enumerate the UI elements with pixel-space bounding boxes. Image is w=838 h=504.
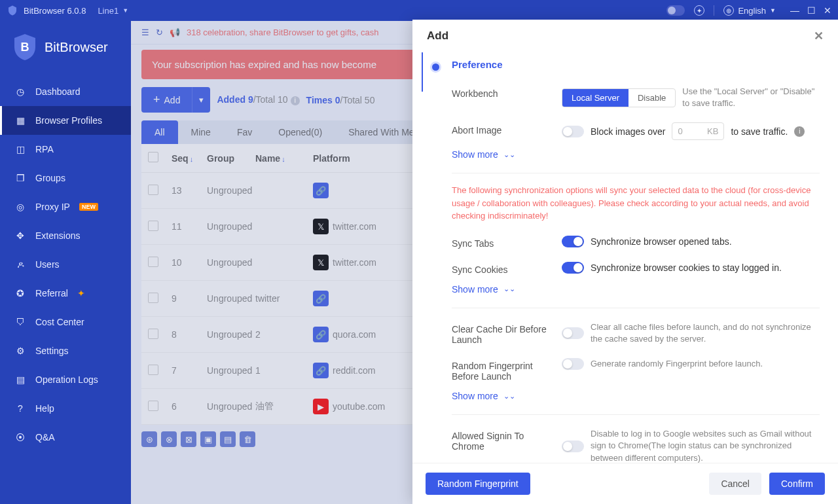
sidebar: B BitBrowser ◷Dashboard ▦Browser Profile… [0,21,131,504]
app-name: BitBrowser 6.0.8 [24,6,86,16]
help-icon: ? [14,403,26,414]
show-more-link[interactable]: Show more⌄⌄ [426,388,820,408]
brand: B BitBrowser [0,21,131,77]
user-icon: ዶ [14,259,26,270]
titlebar: BitBrowser 6.0.8 Line1▼ ✦ ⊕English▼ — ☐ … [0,0,838,21]
workbench-label: Workbench [452,86,550,109]
random-fp-switch[interactable] [562,358,584,370]
chevron-down-icon: ⌄⌄ [503,285,515,293]
maximize-button[interactable]: ☐ [807,5,816,16]
preference-section: Preference [426,52,820,79]
radio-local-server[interactable]: Local Server [562,89,628,107]
show-more-link[interactable]: Show more⌄⌄ [426,281,820,301]
brand-name: BitBrowser [45,40,108,55]
sidebar-item-referral[interactable]: ✪Referral✦ [0,279,131,308]
grid-icon: ▦ [14,115,26,126]
sidebar-item-proxy-ip[interactable]: ◎Proxy IPNEW [0,192,131,221]
chat-icon[interactable]: ✦ [694,5,704,16]
sidebar-item-extensions[interactable]: ✥Extensions [0,221,131,250]
random-fp-label: Random Fingerprint Before Launch [452,358,550,382]
sidebar-item-groups[interactable]: ❒Groups [0,164,131,192]
cancel-button[interactable]: Cancel [709,473,761,495]
chevron-down-icon: ⌄⌄ [503,151,515,159]
close-icon[interactable]: ✕ [814,29,824,43]
workbench-hint: Use the "Local Server" or "Disable" to s… [682,86,820,109]
add-drawer: Add ✕ Preference Workbench Local Server … [412,20,838,504]
minimize-button[interactable]: — [790,5,799,16]
language-selector[interactable]: ⊕English▼ [723,5,776,16]
sync-tabs-label: Sync Tabs [452,236,550,249]
sidebar-item-cost-center[interactable]: ⛉Cost Center [0,308,131,336]
sidebar-item-help[interactable]: ?Help [0,394,131,423]
gear-icon: ⚙ [14,345,26,357]
block-size-input[interactable]: 0KB [672,122,724,140]
clear-cache-label: Clear Cache Dir Before Launch [452,321,550,345]
gauge-icon: ◷ [14,86,26,98]
sidebar-item-settings[interactable]: ⚙Settings [0,336,131,365]
question-icon: ⦿ [14,431,26,443]
signin-chrome-switch[interactable] [562,441,584,452]
brand-shield-icon: B [12,33,38,62]
sidebar-item-dashboard[interactable]: ◷Dashboard [0,77,131,106]
cube-icon: ◫ [14,143,26,155]
svg-text:B: B [21,41,29,54]
sidebar-item-rpa[interactable]: ◫RPA [0,135,131,164]
info-icon[interactable]: i [794,126,805,137]
sidebar-item-users[interactable]: ዶUsers [0,250,131,279]
confirm-button[interactable]: Confirm [769,473,825,495]
shield-icon: ⛉ [14,316,26,328]
sync-cookies-switch[interactable] [562,262,584,274]
signin-chrome-label: Allowed Signin To Chrome [452,428,550,463]
clear-cache-switch[interactable] [562,327,584,339]
show-more-link[interactable]: Show more⌄⌄ [426,147,820,166]
globe-icon: ⊕ [723,5,734,16]
layers-icon: ❒ [14,172,26,184]
app-logo-icon [7,5,18,16]
sidebar-item-browser-profiles[interactable]: ▦Browser Profiles [0,106,131,135]
new-badge: NEW [79,203,98,211]
radio-disable[interactable]: Disable [628,89,675,107]
sync-tabs-switch[interactable] [562,236,584,247]
close-button[interactable]: ✕ [824,5,831,16]
chevron-down-icon: ⌄⌄ [503,392,515,401]
drawer-title: Add [427,29,448,43]
sidebar-item-qa[interactable]: ⦿Q&A [0,423,131,452]
random-fingerprint-button[interactable]: Random Fingerprint [426,473,530,495]
line-selector[interactable]: Line1▼ [98,6,128,16]
abort-image-switch[interactable] [562,126,584,137]
sync-warning: The following synchronization options wi… [426,180,820,229]
sync-cookies-label: Sync Cookies [452,262,550,275]
sidebar-item-operation-logs[interactable]: ▤Operation Logs [0,365,131,394]
puzzle-icon: ✥ [14,230,26,242]
sparkle-icon: ✦ [77,288,85,298]
target-icon: ◎ [14,201,26,213]
workbench-radio[interactable]: Local Server Disable [562,88,676,107]
theme-toggle[interactable] [666,5,685,16]
list-icon: ▤ [14,374,26,386]
gift-icon: ✪ [14,287,26,299]
abort-image-label: Abort Image [452,122,550,140]
